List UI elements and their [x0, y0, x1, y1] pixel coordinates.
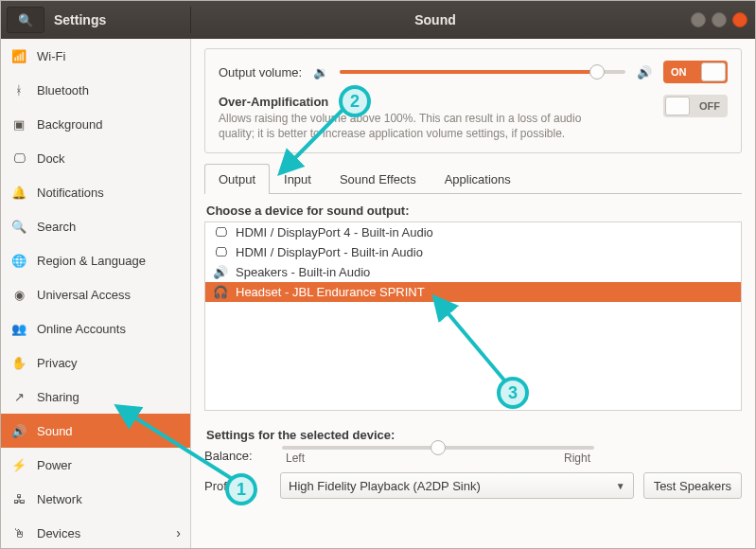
- device-settings-title: Settings for the selected device:: [206, 428, 740, 442]
- switch-off-label: OFF: [692, 100, 728, 112]
- balance-left-label: Left: [286, 452, 305, 465]
- sidebar-icon: ◉: [10, 288, 27, 302]
- output-device-item[interactable]: 🎧Headset - JBL Endurance SPRINT: [205, 282, 741, 302]
- sidebar-item-label: Network: [37, 492, 181, 506]
- overamp-switch[interactable]: OFF: [663, 95, 728, 117]
- tab-output[interactable]: Output: [204, 164, 270, 194]
- settings-app-title: Settings: [54, 12, 106, 27]
- sidebar-item-sharing[interactable]: ↗Sharing: [1, 380, 190, 414]
- balance-slider[interactable]: [282, 446, 594, 450]
- sidebar-icon: 🌐: [10, 254, 27, 268]
- device-label: HDMI / DisplayPort 4 - Built-in Audio: [236, 225, 433, 239]
- sidebar-item-region-language[interactable]: 🌐Region & Language: [1, 243, 190, 277]
- sidebar-item-sound[interactable]: 🔊Sound: [1, 414, 190, 448]
- sidebar-item-label: Power: [37, 458, 181, 472]
- sidebar-icon: 🖱: [10, 526, 27, 540]
- device-label: Headset - JBL Endurance SPRINT: [236, 285, 425, 299]
- output-device-item[interactable]: 🔊Speakers - Built-in Audio: [205, 262, 741, 282]
- output-volume-switch[interactable]: ON: [663, 61, 728, 83]
- sidebar-item-power[interactable]: ⚡Power: [1, 448, 190, 482]
- device-label: Speakers - Built-in Audio: [236, 265, 370, 279]
- sidebar-icon: 👥: [10, 322, 27, 336]
- chevron-down-icon: ▼: [616, 481, 625, 491]
- sidebar-icon: ↗: [10, 390, 27, 404]
- speaker-loud-icon: 🔊: [637, 65, 652, 80]
- sidebar-item-label: Search: [37, 220, 181, 234]
- page-title: Sound: [191, 12, 679, 27]
- test-speakers-label: Test Speakers: [654, 479, 731, 493]
- sound-tabs-section: OutputInputSound EffectsApplications Cho…: [204, 163, 742, 535]
- sidebar: 📶Wi-FiᚼBluetooth▣Background🖵Dock🔔Notific…: [1, 39, 191, 548]
- sidebar-item-search[interactable]: 🔍Search: [1, 209, 190, 243]
- sidebar-item-label: Sound: [37, 424, 181, 438]
- sidebar-icon: 🔍: [10, 220, 27, 234]
- sidebar-item-background[interactable]: ▣Background: [1, 107, 190, 141]
- sidebar-item-label: Universal Access: [37, 288, 181, 302]
- sidebar-item-online-accounts[interactable]: 👥Online Accounts: [1, 311, 190, 345]
- overamp-title: Over-Amplification: [219, 95, 654, 109]
- sidebar-item-notifications[interactable]: 🔔Notifications: [1, 175, 190, 209]
- sidebar-icon: 🔊: [10, 424, 27, 438]
- device-icon: 🖵: [213, 245, 228, 259]
- sidebar-item-label: Sharing: [37, 390, 181, 404]
- search-icon: 🔍: [18, 13, 33, 27]
- sidebar-icon: 🔔: [10, 186, 27, 200]
- sidebar-icon: ⚡: [10, 458, 27, 472]
- sidebar-item-bluetooth[interactable]: ᚼBluetooth: [1, 73, 190, 107]
- switch-on-label: ON: [663, 66, 694, 78]
- titlebar: 🔍 Settings Sound: [1, 1, 755, 39]
- sidebar-item-devices[interactable]: 🖱Devices›: [1, 516, 190, 548]
- sidebar-item-dock[interactable]: 🖵Dock: [1, 141, 190, 175]
- device-icon: 🔊: [213, 265, 228, 279]
- sidebar-item-label: Dock: [37, 151, 181, 166]
- output-device-item[interactable]: 🖵HDMI / DisplayPort 4 - Built-in Audio: [205, 222, 741, 242]
- chevron-right-icon: ›: [176, 525, 181, 540]
- maximize-button[interactable]: [712, 12, 727, 27]
- output-device-item[interactable]: 🖵HDMI / DisplayPort - Built-in Audio: [205, 242, 741, 262]
- sidebar-item-privacy[interactable]: ✋Privacy: [1, 345, 190, 380]
- overamp-desc: Allows raising the volume above 100%. Th…: [219, 111, 616, 141]
- tabs: OutputInputSound EffectsApplications: [204, 163, 742, 194]
- sidebar-icon: 📶: [10, 49, 27, 63]
- profile-value: High Fidelity Playback (A2DP Sink): [289, 479, 481, 493]
- sidebar-item-network[interactable]: 🖧Network: [1, 482, 190, 516]
- tab-applications[interactable]: Applications: [431, 164, 525, 194]
- titlebar-left: 🔍 Settings: [1, 7, 191, 33]
- sidebar-icon: ▣: [10, 117, 27, 132]
- speaker-icon: 🔉: [313, 65, 328, 80]
- sidebar-item-label: Online Accounts: [37, 322, 181, 336]
- balance-right-label: Right: [564, 452, 590, 465]
- output-volume-label: Output volume:: [219, 65, 302, 80]
- output-volume-slider[interactable]: [340, 70, 625, 74]
- balance-label: Balance:: [204, 449, 271, 463]
- sidebar-item-wi-fi[interactable]: 📶Wi-Fi: [1, 39, 190, 73]
- sidebar-item-label: Background: [37, 117, 181, 132]
- output-device-list: 🖵HDMI / DisplayPort 4 - Built-in Audio🖵H…: [204, 221, 742, 411]
- close-button[interactable]: [732, 12, 747, 27]
- profile-label: Profile:: [204, 479, 271, 493]
- device-icon: 🖵: [213, 225, 228, 239]
- tab-input[interactable]: Input: [270, 164, 325, 194]
- sidebar-icon: 🖵: [10, 151, 27, 166]
- sidebar-item-universal-access[interactable]: ◉Universal Access: [1, 277, 190, 311]
- search-icon-button[interactable]: 🔍: [7, 7, 44, 33]
- sidebar-item-label: Wi-Fi: [37, 49, 181, 63]
- content: Output volume: 🔉 🔊 ON Over-Amplification: [191, 39, 755, 548]
- output-volume-panel: Output volume: 🔉 🔊 ON Over-Amplification: [204, 48, 742, 153]
- profile-select[interactable]: High Fidelity Playback (A2DP Sink) ▼: [280, 472, 634, 499]
- device-label: HDMI / DisplayPort - Built-in Audio: [236, 245, 423, 259]
- sidebar-item-label: Devices: [37, 526, 167, 540]
- device-icon: 🎧: [213, 285, 228, 299]
- sidebar-item-label: Bluetooth: [37, 83, 181, 97]
- sidebar-item-label: Notifications: [37, 186, 181, 200]
- choose-device-title: Choose a device for sound output:: [206, 204, 740, 218]
- window-controls: [679, 12, 755, 27]
- sidebar-icon: 🖧: [10, 492, 27, 506]
- sidebar-icon: ✋: [10, 356, 27, 370]
- sidebar-item-label: Privacy: [37, 356, 181, 370]
- tab-sound-effects[interactable]: Sound Effects: [325, 164, 431, 194]
- sidebar-item-label: Region & Language: [37, 254, 181, 268]
- test-speakers-button[interactable]: Test Speakers: [643, 472, 742, 499]
- sidebar-icon: ᚼ: [10, 83, 27, 97]
- minimize-button[interactable]: [691, 12, 706, 27]
